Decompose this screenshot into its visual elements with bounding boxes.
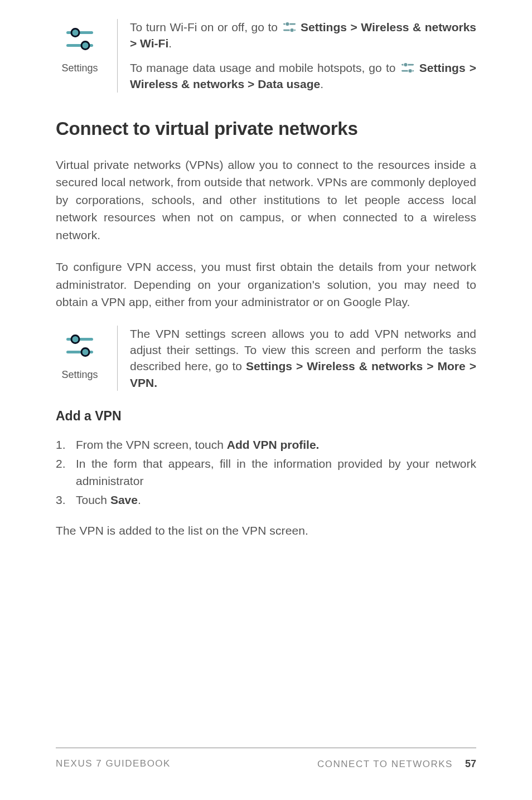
vpn-settings-instruction: The VPN settings screen allows you to ad… [130,326,476,391]
icon-caption: Settings [56,62,104,74]
sliders-icon [400,62,415,74]
bold-text: Add VPN profile. [227,438,320,451]
text: From the VPN screen, touch [76,438,227,451]
list-item: Touch Save. [56,491,476,509]
info-block-wifi: Settings To turn Wi-Fi on or off, go to … [56,19,476,93]
subheading-add-vpn: Add a VPN [56,409,476,424]
list-item: From the VPN screen, touch Add VPN profi… [56,436,476,454]
vpn-added-note: The VPN is added to the list on the VPN … [56,522,476,540]
bold-text: Save [110,493,138,506]
icon-column: Settings [56,19,117,74]
data-usage-instruction: To manage data usage and mobile hotspots… [130,60,476,93]
add-vpn-steps: From the VPN screen, touch Add VPN profi… [56,436,476,508]
info-text: The VPN settings screen allows you to ad… [117,326,476,391]
page-number: 57 [465,758,476,770]
icon-column: Settings [56,326,117,381]
text: To manage data usage and mobile hotspots… [130,61,400,74]
settings-app-icon [60,19,100,59]
info-block-vpn: Settings The VPN settings screen allows … [56,326,476,391]
settings-app-icon [60,326,100,366]
text: . [138,493,141,506]
wifi-instruction: To turn Wi-Fi on or off, go to Settings … [130,19,476,52]
vpn-config-para: To configure VPN access, you must first … [56,258,476,311]
list-item: In the form that appears, fill in the in… [56,455,476,490]
vpn-intro-para: Virtual private networks (VPNs) allow yo… [56,156,476,244]
footer-section: CONNECT TO NETWORKS [317,759,453,770]
text: . [168,37,172,50]
info-text: To turn Wi-Fi on or off, go to Settings … [117,19,476,93]
section-heading: Connect to virtual private networks [56,118,476,139]
text: To turn Wi-Fi on or off, go to [130,21,282,33]
sliders-icon [282,21,297,33]
page-footer: NEXUS 7 GUIDEBOOK CONNECT TO NETWORKS 57 [56,748,476,770]
text: . [320,77,323,90]
footer-left: NEXUS 7 GUIDEBOOK [56,758,171,770]
icon-caption: Settings [56,369,104,381]
text: Touch [76,493,110,506]
footer-right: CONNECT TO NETWORKS 57 [317,758,476,770]
